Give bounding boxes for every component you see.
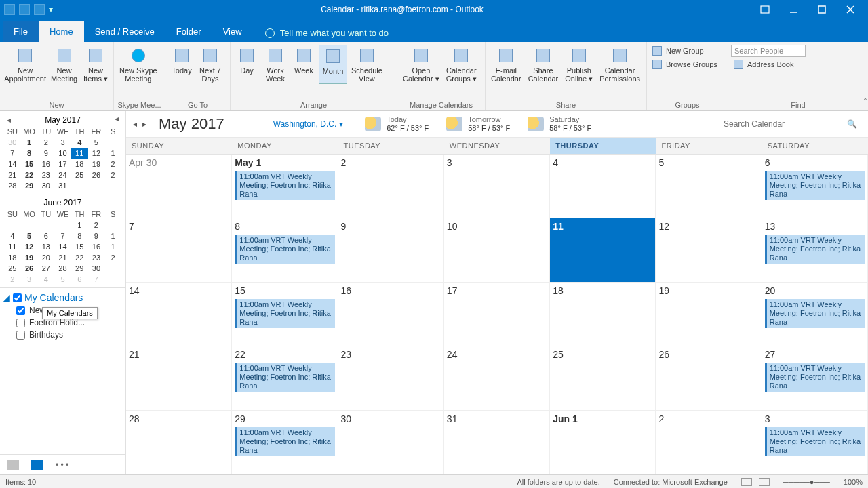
- minical-prev-icon[interactable]: ◂: [4, 115, 14, 125]
- calendar-cell[interactable]: 2911:00am VRT Weekly Meeting; Foetron In…: [232, 411, 338, 474]
- calendar-groups-button[interactable]: Calendar Groups ▾: [443, 45, 479, 84]
- minical-day[interactable]: 28: [4, 180, 21, 191]
- minical-day[interactable]: 15: [21, 159, 38, 169]
- minical-day[interactable]: 17: [54, 159, 71, 169]
- my-calendars-checkbox[interactable]: [13, 293, 22, 302]
- minical-day[interactable]: 2: [104, 159, 121, 169]
- minical-day[interactable]: 12: [21, 241, 38, 252]
- calendar-cell[interactable]: 1311:00am VRT Weekly Meeting; Foetron In…: [762, 218, 868, 282]
- open-calendar-button[interactable]: Open Calendar ▾: [400, 45, 442, 84]
- calendar-checkbox[interactable]: [16, 331, 25, 340]
- zoom-slider[interactable]: ─────●───: [783, 478, 830, 486]
- new-skype-meeting-button[interactable]: New Skype Meeting: [117, 45, 160, 84]
- minical-day[interactable]: 1: [104, 241, 121, 252]
- calendar-event[interactable]: 11:00am VRT Weekly Meeting; Foetron Inc;…: [235, 299, 334, 328]
- tab-file[interactable]: File: [3, 21, 39, 42]
- calendar-cell[interactable]: 31: [444, 411, 550, 474]
- month-view-button[interactable]: Month: [319, 45, 347, 84]
- minical-day[interactable]: 22: [21, 169, 38, 180]
- address-book-button[interactable]: Address Book: [731, 58, 865, 70]
- share-calendar-button[interactable]: Share Calendar: [526, 45, 561, 84]
- calendar-cell[interactable]: 611:00am VRT Weekly Meeting; Foetron Inc…: [762, 155, 868, 218]
- location-picker[interactable]: Washington, D.C.▾: [273, 119, 344, 129]
- minical-day[interactable]: 31: [54, 180, 71, 191]
- minical-day[interactable]: 3: [54, 137, 71, 148]
- minical-day[interactable]: 30: [4, 137, 21, 148]
- weather-day[interactable]: Today62° F / 53° F: [365, 115, 429, 133]
- minical-day[interactable]: 24: [54, 169, 71, 180]
- calendar-event[interactable]: 11:00am VRT Weekly Meeting; Foetron Inc;…: [765, 171, 865, 200]
- calendar-event[interactable]: 11:00am VRT Weekly Meeting; Foetron Inc;…: [765, 363, 865, 392]
- minical-day[interactable]: 25: [71, 169, 88, 180]
- work-week-button[interactable]: Work Week: [262, 45, 289, 84]
- minical-day[interactable]: 6: [37, 230, 54, 241]
- minical-day[interactable]: 5: [88, 137, 105, 148]
- minical-day[interactable]: 5: [54, 274, 71, 285]
- minical-day[interactable]: 9: [37, 148, 54, 159]
- calendar-cell[interactable]: 17: [444, 283, 550, 346]
- calendar-checkbox[interactable]: [16, 319, 25, 327]
- minical-day[interactable]: 29: [21, 180, 38, 191]
- minical-day[interactable]: [104, 137, 121, 148]
- calendar-cell[interactable]: 2: [338, 155, 444, 218]
- next-7-days-button[interactable]: Next 7 Days: [197, 45, 224, 84]
- minical-day[interactable]: 1: [104, 148, 121, 159]
- prev-month-icon[interactable]: ◂: [133, 119, 137, 129]
- calendar-cell[interactable]: 811:00am VRT Weekly Meeting; Foetron Inc…: [232, 218, 338, 282]
- calendar-cell[interactable]: 2711:00am VRT Weekly Meeting; Foetron In…: [762, 346, 868, 410]
- tab-folder[interactable]: Folder: [165, 21, 212, 42]
- calendar-cell[interactable]: Apr 30: [126, 155, 232, 218]
- calendar-cell[interactable]: 3: [444, 155, 550, 218]
- calendar-cell[interactable]: 24: [444, 346, 550, 410]
- calendar-cell[interactable]: 11: [550, 218, 656, 282]
- calendar-event[interactable]: 11:00am VRT Weekly Meeting; Foetron Inc;…: [235, 363, 334, 392]
- tab-home[interactable]: Home: [39, 21, 84, 42]
- calendar-list-item[interactable]: Birthdays: [3, 329, 123, 341]
- calendar-cell[interactable]: 12: [656, 218, 762, 282]
- new-meeting-button[interactable]: New Meeting: [49, 45, 79, 84]
- today-button[interactable]: Today: [168, 45, 195, 84]
- calendar-cell[interactable]: 2: [656, 411, 762, 474]
- minical-day[interactable]: 7: [4, 148, 21, 159]
- minical-day[interactable]: 8: [21, 148, 38, 159]
- minical-day[interactable]: 22: [71, 252, 88, 263]
- maximize-icon[interactable]: [808, 1, 835, 18]
- close-icon[interactable]: [837, 1, 864, 18]
- publish-online-button[interactable]: Publish Online ▾: [562, 45, 595, 84]
- calendar-cell[interactable]: 7: [126, 218, 232, 282]
- minical-day[interactable]: 5: [21, 230, 38, 241]
- qat-touch-icon[interactable]: [34, 4, 45, 15]
- collapse-ribbon-icon[interactable]: ˆ: [864, 98, 867, 107]
- minical-day[interactable]: [4, 220, 21, 230]
- next-month-icon[interactable]: ▸: [142, 119, 146, 129]
- minical-day[interactable]: 13: [37, 241, 54, 252]
- calendar-cell[interactable]: 10: [444, 218, 550, 282]
- calendar-event[interactable]: 11:00am VRT Weekly Meeting; Foetron Inc;…: [235, 427, 334, 456]
- calendar-event[interactable]: 11:00am VRT Weekly Meeting; Foetron Inc;…: [765, 299, 865, 328]
- calendar-event[interactable]: 11:00am VRT Weekly Meeting; Foetron Inc;…: [765, 235, 865, 264]
- tab-view[interactable]: View: [212, 21, 253, 42]
- minical-day[interactable]: 30: [88, 263, 105, 274]
- week-view-button[interactable]: Week: [290, 45, 317, 84]
- minical-day[interactable]: 14: [54, 241, 71, 252]
- minical-day[interactable]: [104, 274, 121, 285]
- minical-day[interactable]: 1: [71, 220, 88, 230]
- new-group-button[interactable]: New Group: [650, 45, 725, 57]
- minical-day[interactable]: 15: [71, 241, 88, 252]
- minical-day[interactable]: 2: [88, 220, 105, 230]
- minical-day[interactable]: 11: [71, 148, 88, 159]
- calendar-permissions-button[interactable]: Calendar Permissions: [597, 45, 643, 84]
- minical-day[interactable]: 1: [104, 230, 121, 241]
- minical-day[interactable]: 8: [71, 230, 88, 241]
- minical-day[interactable]: 19: [21, 252, 38, 263]
- minical-day[interactable]: 21: [54, 252, 71, 263]
- minical-day[interactable]: 23: [88, 252, 105, 263]
- calendar-cell[interactable]: 30: [338, 411, 444, 474]
- minical-day[interactable]: 7: [88, 274, 105, 285]
- calendar-cell[interactable]: 9: [338, 218, 444, 282]
- qat-undo-icon[interactable]: [19, 4, 30, 15]
- minical-day[interactable]: 16: [37, 159, 54, 169]
- view-reading-icon[interactable]: [759, 478, 770, 486]
- minical-day[interactable]: 21: [4, 169, 21, 180]
- new-appointment-button[interactable]: New Appointment: [3, 45, 47, 84]
